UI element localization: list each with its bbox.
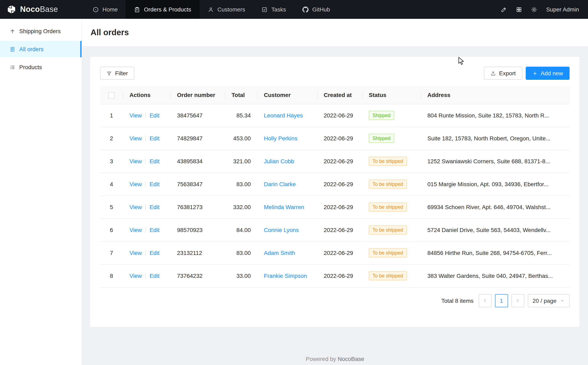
nav-item-home[interactable]: Home bbox=[84, 0, 126, 19]
pagination-next-button[interactable] bbox=[511, 294, 524, 307]
status-badge: To be shipped bbox=[369, 203, 407, 211]
order-number-cell: 75638347 bbox=[170, 173, 225, 196]
total-cell: 332.00 bbox=[225, 196, 257, 218]
add-new-button[interactable]: Add new bbox=[525, 67, 570, 80]
actions-divider bbox=[145, 181, 146, 187]
sidebar-item-label: Products bbox=[19, 64, 42, 70]
customer-cell: Melinda Warren bbox=[257, 196, 317, 218]
select-all-checkbox[interactable] bbox=[108, 92, 115, 99]
actions-cell: ViewEdit bbox=[123, 218, 170, 241]
customer-cell: Holly Perkins bbox=[257, 127, 317, 150]
total-cell: 33.00 bbox=[225, 264, 257, 287]
customer-link[interactable]: Connie Lyons bbox=[264, 227, 299, 233]
customer-link[interactable]: Julian Cobb bbox=[264, 158, 294, 164]
orders-table: Actions Order number Total Customer Crea… bbox=[100, 86, 570, 288]
status-cell: To be shipped bbox=[362, 218, 421, 241]
row-index-cell: 8 bbox=[100, 264, 123, 287]
view-link[interactable]: View bbox=[130, 227, 142, 233]
total-cell: 83.00 bbox=[225, 241, 257, 264]
nav-item-label: Home bbox=[102, 6, 118, 13]
edit-link[interactable]: Edit bbox=[150, 250, 160, 256]
page-size-select[interactable]: 20 / page bbox=[528, 294, 570, 307]
edit-link[interactable]: Edit bbox=[150, 112, 160, 119]
topnav-actions: Super Admin bbox=[501, 6, 588, 13]
plugins-button[interactable] bbox=[516, 6, 522, 13]
customer-cell: Leonard Hayes bbox=[257, 104, 317, 127]
plus-icon bbox=[532, 70, 537, 76]
table-row: 6 ViewEdit 98570923 84.00 Connie Lyons 2… bbox=[100, 218, 570, 241]
nav-item-github[interactable]: GitHub bbox=[294, 0, 338, 19]
view-link[interactable]: View bbox=[130, 112, 142, 119]
column-header-created-at: Created at bbox=[317, 86, 362, 104]
nav-item-label: GitHub bbox=[312, 6, 330, 13]
sidebar-item-all-orders[interactable]: All orders bbox=[0, 41, 81, 57]
actions-divider bbox=[145, 158, 146, 164]
edit-link[interactable]: Edit bbox=[150, 135, 160, 141]
nocobase-logo[interactable]: NocoBase bbox=[0, 5, 80, 14]
github-icon bbox=[302, 6, 309, 13]
column-header-total: Total bbox=[225, 86, 257, 104]
view-link[interactable]: View bbox=[130, 250, 142, 256]
status-cell: To be shipped bbox=[362, 241, 421, 264]
created-at-cell: 2022-06-29 bbox=[317, 264, 362, 287]
created-at-cell: 2022-06-29 bbox=[317, 104, 362, 127]
row-index-cell: 3 bbox=[100, 150, 123, 173]
sidebar-item-products[interactable]: Products bbox=[0, 59, 81, 75]
pagination-prev-button[interactable] bbox=[478, 294, 492, 307]
nav-item-orders-products[interactable]: Orders & Products bbox=[126, 0, 199, 19]
nav-item-label: Tasks bbox=[271, 6, 286, 13]
customer-link[interactable]: Frankie Simpson bbox=[264, 273, 307, 279]
status-badge: To be shipped bbox=[369, 225, 407, 234]
orders-card: Filter Export Add new bbox=[90, 57, 579, 327]
main-menu: Home Orders & Products Customers Tasks bbox=[84, 0, 338, 19]
customer-cell: Adam Smith bbox=[257, 241, 317, 264]
grid-icon bbox=[516, 6, 522, 13]
created-at-cell: 2022-06-29 bbox=[317, 241, 362, 264]
view-link[interactable]: View bbox=[130, 181, 142, 187]
customer-link[interactable]: Melinda Warren bbox=[264, 204, 304, 210]
page-title: All orders bbox=[91, 28, 129, 37]
toolbar-right: Export Add new bbox=[484, 67, 570, 80]
table-row: 5 ViewEdit 76381273 332.00 Melinda Warre… bbox=[100, 196, 570, 218]
edit-link[interactable]: Edit bbox=[150, 158, 160, 164]
edit-link[interactable]: Edit bbox=[150, 181, 160, 187]
settings-button[interactable] bbox=[531, 6, 537, 13]
nav-item-tasks[interactable]: Tasks bbox=[253, 0, 294, 19]
row-index-cell: 1 bbox=[100, 104, 123, 127]
filter-button[interactable]: Filter bbox=[100, 67, 134, 80]
address-cell: 5724 Daniel Drive, Suite 563, 54403, Wen… bbox=[421, 218, 570, 241]
home-icon bbox=[93, 6, 99, 13]
total-cell: 85.34 bbox=[225, 104, 257, 127]
row-index-cell: 4 bbox=[100, 173, 123, 196]
customer-cell: Julian Cobb bbox=[257, 150, 317, 173]
table-row: 3 ViewEdit 43895834 321.00 Julian Cobb 2… bbox=[100, 150, 570, 173]
view-link[interactable]: View bbox=[130, 204, 142, 210]
pagination-page-1[interactable]: 1 bbox=[495, 294, 508, 307]
export-button[interactable]: Export bbox=[484, 67, 522, 80]
sidebar-item-shipping-orders[interactable]: Shipping Orders bbox=[0, 23, 81, 39]
user-menu[interactable]: Super Admin bbox=[546, 6, 579, 13]
view-link[interactable]: View bbox=[130, 273, 142, 279]
customer-cell: Frankie Simpson bbox=[257, 264, 317, 287]
column-header-status: Status bbox=[362, 86, 421, 104]
nav-item-customers[interactable]: Customers bbox=[199, 0, 253, 19]
view-link[interactable]: View bbox=[130, 135, 142, 141]
actions-divider bbox=[145, 250, 146, 256]
pagination: Total 8 items 1 20 / page bbox=[100, 294, 570, 307]
edit-link[interactable]: Edit bbox=[150, 227, 160, 233]
customer-link[interactable]: Adam Smith bbox=[264, 250, 295, 256]
customer-link[interactable]: Leonard Hayes bbox=[264, 112, 303, 119]
edit-link[interactable]: Edit bbox=[150, 204, 160, 210]
customer-link[interactable]: Holly Perkins bbox=[264, 135, 297, 141]
customer-cell: Darin Clarke bbox=[257, 173, 317, 196]
view-link[interactable]: View bbox=[130, 158, 142, 164]
export-icon bbox=[490, 70, 496, 76]
ui-editor-button[interactable] bbox=[501, 6, 507, 13]
status-badge: To be shipped bbox=[369, 271, 407, 280]
actions-cell: ViewEdit bbox=[123, 150, 170, 173]
customer-link[interactable]: Darin Clarke bbox=[264, 181, 296, 187]
top-navbar: NocoBase Home Orders & Products Customer… bbox=[0, 0, 588, 19]
edit-link[interactable]: Edit bbox=[150, 273, 160, 279]
order-number-cell: 23132112 bbox=[170, 241, 225, 264]
total-cell: 83.00 bbox=[225, 173, 257, 196]
